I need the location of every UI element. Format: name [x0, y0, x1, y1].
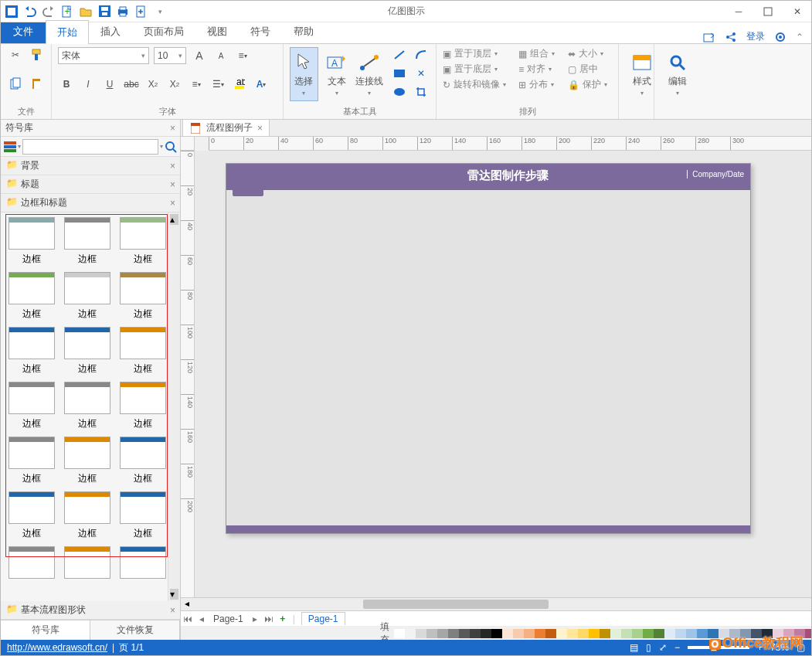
- cut-icon[interactable]: ✂: [7, 47, 24, 63]
- tab-view[interactable]: 视图: [195, 19, 239, 43]
- hscrollbar[interactable]: ◂▸: [181, 597, 812, 610]
- font-name-combo[interactable]: 宋体▾: [58, 47, 149, 64]
- lib-item[interactable]: 边框: [8, 382, 55, 430]
- page-add[interactable]: +: [276, 614, 290, 624]
- view-mode-1-icon[interactable]: ▤: [630, 642, 638, 653]
- line-spacing-icon[interactable]: ≡▾: [188, 76, 205, 92]
- page-prev[interactable]: ◂: [195, 614, 209, 624]
- lib-item[interactable]: 边框: [64, 272, 110, 321]
- lib-item[interactable]: [120, 546, 166, 579]
- ellipse-shape-icon[interactable]: [391, 84, 408, 100]
- close-button[interactable]: ✕: [788, 4, 807, 19]
- distribute-btn[interactable]: ⊞分布▾: [518, 78, 559, 91]
- cat-background[interactable]: 📁背景×: [1, 157, 180, 175]
- new-icon[interactable]: +: [61, 5, 73, 18]
- color-swatch[interactable]: [719, 629, 729, 638]
- login-link[interactable]: 登录: [746, 30, 765, 43]
- superscript-button[interactable]: X2: [166, 76, 183, 92]
- share-export-icon[interactable]: [703, 31, 715, 43]
- view-mode-3-icon[interactable]: ⤢: [659, 642, 667, 653]
- page-canvas[interactable]: 雷达图制作步骤 Company/Date: [226, 163, 751, 534]
- page-first[interactable]: ⏮: [181, 614, 195, 624]
- color-swatch[interactable]: [578, 629, 589, 638]
- color-swatch[interactable]: [729, 629, 740, 638]
- panel-close-icon[interactable]: ×: [170, 123, 175, 134]
- share-icon[interactable]: [725, 31, 737, 43]
- underline-button[interactable]: U: [101, 76, 118, 92]
- close-tab-icon[interactable]: ×: [257, 123, 263, 134]
- file-tab[interactable]: 文件: [1, 20, 46, 43]
- color-swatch[interactable]: [394, 629, 405, 638]
- lib-item[interactable]: 边框: [8, 327, 55, 376]
- page-header-shape[interactable]: 雷达图制作步骤 Company/Date: [226, 164, 750, 190]
- color-swatch[interactable]: [459, 629, 470, 638]
- lib-item[interactable]: [64, 546, 110, 579]
- lib-item[interactable]: 边框: [8, 437, 55, 485]
- page-last[interactable]: ⏭: [262, 614, 276, 624]
- color-swatch[interactable]: [437, 629, 448, 638]
- tab-page-layout[interactable]: 页面布局: [132, 19, 195, 43]
- color-swatch[interactable]: [545, 629, 556, 638]
- color-swatch[interactable]: [632, 629, 643, 638]
- lib-menu-icon[interactable]: [4, 141, 16, 153]
- color-swatch[interactable]: [664, 629, 675, 638]
- rotate-btn[interactable]: ↻旋转和镜像▾: [443, 78, 511, 91]
- copy-icon[interactable]: [7, 76, 24, 91]
- tab-home[interactable]: 开始: [46, 20, 89, 44]
- paste-icon[interactable]: [29, 76, 46, 91]
- highlight-icon[interactable]: ab: [231, 76, 248, 92]
- color-swatch[interactable]: [643, 629, 654, 638]
- tab-symbol[interactable]: 符号: [239, 19, 282, 43]
- color-swatch[interactable]: [600, 629, 610, 638]
- color-swatch[interactable]: [502, 629, 513, 638]
- color-swatch[interactable]: [524, 629, 535, 638]
- color-swatch[interactable]: [556, 629, 567, 638]
- select-tool[interactable]: 选择▾: [290, 47, 318, 101]
- color-swatch[interactable]: [697, 629, 708, 638]
- color-swatch[interactable]: [589, 629, 600, 638]
- subscript-button[interactable]: X2: [144, 76, 161, 92]
- lib-item[interactable]: 边框: [8, 272, 55, 321]
- size-btn[interactable]: ⬌大小▾: [568, 47, 612, 60]
- fit-page-icon[interactable]: ▢: [797, 642, 805, 653]
- minimize-button[interactable]: ─: [729, 4, 748, 19]
- color-swatch[interactable]: [426, 629, 437, 638]
- color-swatch[interactable]: [513, 629, 524, 638]
- lib-item[interactable]: 边框: [8, 491, 55, 540]
- lib-item[interactable]: 边框: [120, 437, 166, 485]
- symbol-search-input[interactable]: [22, 139, 158, 155]
- page-tab-1[interactable]: Page-1: [301, 612, 345, 625]
- protect-btn[interactable]: 🔒保护▾: [568, 78, 612, 91]
- open-icon[interactable]: [80, 5, 92, 18]
- color-swatch[interactable]: [621, 629, 632, 638]
- status-url[interactable]: http://www.edrawsoft.cn/: [7, 642, 107, 653]
- cat-title[interactable]: 📁标题×: [1, 175, 180, 194]
- color-swatch[interactable]: [762, 629, 773, 638]
- align-menu-icon[interactable]: ≡▾: [234, 48, 251, 63]
- lib-item[interactable]: [8, 546, 55, 579]
- color-swatch[interactable]: [805, 629, 812, 638]
- lib-item[interactable]: 边框: [64, 217, 110, 266]
- lib-item[interactable]: 边框: [120, 217, 166, 266]
- search-icon[interactable]: [165, 141, 177, 153]
- lib-item[interactable]: 边框: [64, 437, 110, 485]
- page-next[interactable]: ▸: [248, 614, 262, 624]
- lib-item[interactable]: 边框: [8, 217, 55, 266]
- color-swatch[interactable]: [470, 629, 481, 638]
- export-icon[interactable]: [135, 5, 148, 18]
- color-swatch[interactable]: [654, 629, 664, 638]
- gear-icon[interactable]: [774, 31, 787, 43]
- shrink-font-icon[interactable]: A: [212, 48, 229, 63]
- color-swatch[interactable]: [535, 629, 545, 638]
- print-icon[interactable]: [117, 5, 129, 18]
- lib-item[interactable]: 边框: [120, 272, 166, 321]
- tab-insert[interactable]: 插入: [89, 19, 132, 43]
- arc-shape-icon[interactable]: [413, 47, 430, 63]
- edit-button[interactable]: 编辑▾: [661, 47, 695, 101]
- cat-border-title[interactable]: 📁边框和标题×: [1, 194, 180, 212]
- tab-file-recovery[interactable]: 文件恢复: [90, 620, 180, 640]
- doc-tab[interactable]: 流程图例子×: [182, 119, 270, 136]
- color-swatch[interactable]: [708, 629, 719, 638]
- delete-shape-icon[interactable]: ✕: [413, 66, 430, 81]
- tab-help[interactable]: 帮助: [282, 19, 325, 43]
